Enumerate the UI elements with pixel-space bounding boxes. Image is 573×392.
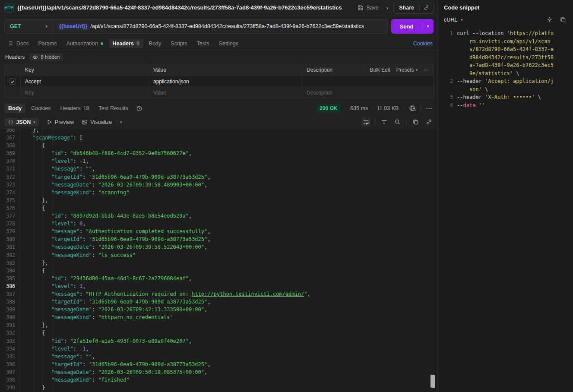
response-body-viewer[interactable]: 366 },367 "scanMessage": [368 {369 "id":… xyxy=(0,129,438,392)
response-size[interactable]: 11.03 KB xyxy=(377,105,399,111)
tab-label: Test Results xyxy=(99,105,128,111)
status-badge[interactable]: 200 OK xyxy=(316,104,341,113)
json-line[interactable]: 377 "id": "8897d92d-bb3b-443e-8ae5-b8e54… xyxy=(0,212,438,220)
link-response-button[interactable] xyxy=(424,117,434,126)
json-line[interactable]: 394 "level": -1, xyxy=(0,345,438,353)
scrollbar-thumb[interactable] xyxy=(431,375,435,388)
response-tab-cookies[interactable]: Cookies xyxy=(27,104,54,113)
wrap-lines-button[interactable] xyxy=(361,117,370,126)
share-button[interactable]: Share xyxy=(394,5,419,11)
json-line[interactable]: 398 "messageKind": "finished" xyxy=(0,376,438,384)
tab-authorization[interactable]: Authorization xyxy=(63,39,107,48)
response-tab-test-results[interactable]: Test Results xyxy=(95,104,132,113)
json-line[interactable]: 368 { xyxy=(0,142,438,149)
request-title-bar: HTTP {{baseUrl}}/api/v1/scans/872d8790-6… xyxy=(0,0,438,16)
tab-params[interactable]: Params xyxy=(34,39,60,48)
json-line[interactable]: 366 }, xyxy=(0,129,438,134)
response-history-button[interactable] xyxy=(135,104,144,113)
snippet-settings-button[interactable] xyxy=(545,15,554,24)
json-line[interactable]: 382 "messageKind": "ls_success" xyxy=(0,251,438,259)
visualize-chevron-icon[interactable]: ▾ xyxy=(120,120,122,124)
hidden-headers-toggle[interactable]: 8 hidden xyxy=(29,53,63,61)
response-format-dropdown[interactable]: {} JSON ▾ xyxy=(4,118,39,126)
hidden-headers-label: 8 hidden xyxy=(41,54,60,60)
json-line[interactable]: 375 }, xyxy=(0,196,438,204)
json-line[interactable]: 374 "messageKind": "scanning" xyxy=(0,189,438,196)
json-line[interactable]: 386 "level": 1, xyxy=(0,282,438,290)
tab-scripts[interactable]: Scripts xyxy=(167,39,191,48)
request-tabs: Docs Params Authorization Headers 9 Body… xyxy=(0,37,438,50)
tab-docs[interactable]: Docs xyxy=(4,39,32,48)
json-line[interactable]: 391 }, xyxy=(0,321,438,329)
json-line[interactable]: 399 } xyxy=(0,384,438,392)
json-line[interactable]: 383 }, xyxy=(0,259,438,267)
globe-lock-icon xyxy=(409,105,416,112)
json-line[interactable]: 367 "scanMessage": [ xyxy=(0,134,438,142)
filter-button[interactable] xyxy=(380,117,389,126)
select-all-cell[interactable] xyxy=(5,64,20,76)
response-tab-body[interactable]: Body xyxy=(4,104,25,113)
json-line[interactable]: 393 "id": "2fa51ef0-e1a5-493f-9073-e89a9… xyxy=(0,337,438,345)
value-placeholder[interactable]: Value xyxy=(149,87,302,98)
line-content: { xyxy=(20,267,45,275)
language-dropdown[interactable]: cURL ▾ xyxy=(444,17,463,23)
json-line[interactable]: 390 "messageKind": "httpwrn_no_credentia… xyxy=(0,313,438,321)
header-value-cell[interactable]: application/json xyxy=(149,76,302,87)
copy-response-button[interactable] xyxy=(411,117,420,126)
response-more-button[interactable]: ⋯ xyxy=(424,103,434,114)
json-line[interactable]: 378 "level": 0, xyxy=(0,220,438,228)
json-line[interactable]: 369 "id": "db546b48-f686-4cd7-8352-9e0b7… xyxy=(0,149,438,157)
header-key-cell[interactable]: Accept xyxy=(20,76,149,87)
json-line[interactable]: 372 "targetId": "31d65b96-6ea9-479b-909d… xyxy=(0,173,438,181)
json-line[interactable]: 388 "targetId": "31d65b96-6ea9-479b-909d… xyxy=(0,298,438,306)
json-line[interactable]: 387 "message": "HTTP Authentication requ… xyxy=(0,290,438,298)
header-description-cell[interactable] xyxy=(302,76,364,87)
copy-link-icon[interactable] xyxy=(420,5,433,10)
json-line[interactable]: 376 { xyxy=(0,204,438,212)
save-button[interactable]: Save xyxy=(355,3,381,13)
json-line[interactable]: 397 "messageDate": "2026-03-26T09:50:18.… xyxy=(0,368,438,376)
visualize-button[interactable]: Visualize ▾ xyxy=(82,119,122,126)
tab-settings[interactable]: Settings xyxy=(215,39,242,48)
json-line[interactable]: 396 "targetId": "31d65b96-6ea9-479b-909d… xyxy=(0,360,438,368)
language-chevron-icon: ▾ xyxy=(461,18,463,22)
url-input[interactable]: {{baseUrl}} /api/v1/scans/872d8790-66a5-… xyxy=(53,23,368,30)
save-options-chevron[interactable]: ▾ xyxy=(385,3,390,13)
response-tab-headers[interactable]: Headers 18 xyxy=(56,104,93,113)
preview-button[interactable]: Preview xyxy=(47,119,74,125)
search-button[interactable] xyxy=(393,117,402,126)
tab-body[interactable]: Body xyxy=(145,39,165,48)
code-snippet-body[interactable]: 1curl --location 'https://platform.invic… xyxy=(438,28,573,109)
key-placeholder[interactable]: Key xyxy=(20,87,149,98)
tab-tests[interactable]: Tests xyxy=(193,39,213,48)
json-line[interactable]: 395 "message": "", xyxy=(0,353,438,360)
json-line[interactable]: 373 "messageDate": "2026-03-26T09:39:58.… xyxy=(0,181,438,189)
json-line[interactable]: 389 "messageDate": "2026-03-26T09:42:13.… xyxy=(0,306,438,313)
table-more-button[interactable]: ⋯ xyxy=(424,67,429,73)
send-button[interactable]: Send xyxy=(391,23,422,30)
response-time[interactable]: 635 ms xyxy=(350,105,368,111)
description-placeholder[interactable]: Description xyxy=(302,87,364,98)
json-line[interactable]: 385 "id": "29436d80-45aa-46d1-8c67-2a279… xyxy=(0,275,438,282)
tab-headers[interactable]: Headers 9 xyxy=(109,39,143,48)
json-line[interactable]: 381 "messageDate": "2026-03-26T09:39:58.… xyxy=(0,243,438,251)
json-line[interactable]: 380 "targetId": "31d65b96-6ea9-479b-909d… xyxy=(0,235,438,243)
check-icon xyxy=(10,79,15,84)
send-options-chevron[interactable]: ▾ xyxy=(422,24,434,28)
presets-dropdown[interactable]: Presets ▾ xyxy=(396,67,418,73)
line-number: 1 xyxy=(447,29,453,77)
column-value: Value xyxy=(149,64,302,76)
cookies-link[interactable]: Cookies xyxy=(412,39,434,48)
json-line[interactable]: 370 "level": -1, xyxy=(0,157,438,165)
json-line[interactable]: 371 "message": "", xyxy=(0,165,438,173)
method-selector[interactable]: GET ▾ xyxy=(5,19,53,33)
tab-label: Settings xyxy=(219,41,238,47)
bulk-edit-button[interactable]: Bulk Edit xyxy=(370,67,390,73)
code-line: 3--header 'X-Auth: ••••••' \ xyxy=(447,93,570,101)
network-info-button[interactable] xyxy=(408,104,417,113)
json-line[interactable]: 384 { xyxy=(0,267,438,275)
row-checkbox[interactable] xyxy=(9,78,16,85)
snippet-copy-button[interactable] xyxy=(558,15,567,24)
json-line[interactable]: 379 "message": "Authentication completed… xyxy=(0,228,438,235)
json-line[interactable]: 392 { xyxy=(0,329,438,337)
